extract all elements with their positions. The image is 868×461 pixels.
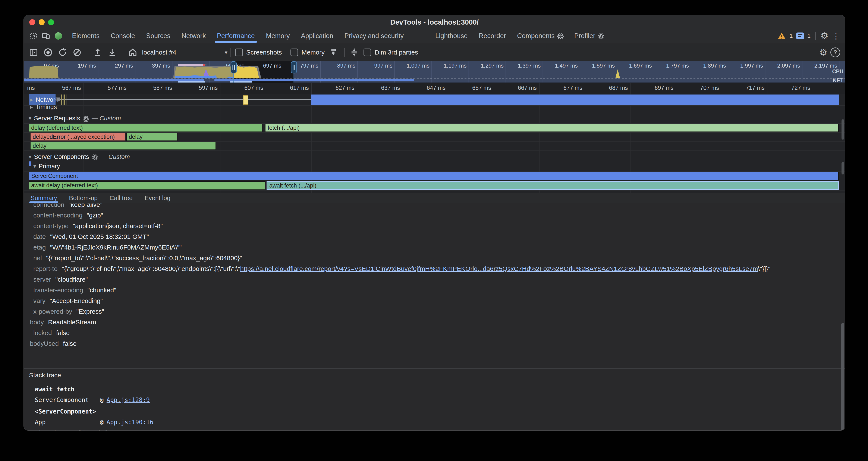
track-drag-handle[interactable] (56, 97, 60, 101)
flame-chart[interactable]: delay (deferred text)fetch (.../api)dela… (24, 94, 845, 193)
details-tab-bottom-up[interactable]: Bottom-up (69, 193, 98, 203)
property-key: content-type (33, 222, 68, 229)
server-request[interactable]: delay (126, 133, 178, 141)
screenshots-checkbox[interactable] (235, 49, 243, 56)
server-component-await-selected[interactable]: await fetch (.../api) (267, 181, 839, 190)
flame-chart-ruler[interactable]: ms 567 ms577 ms587 ms597 ms607 ms617 ms6… (24, 83, 845, 94)
overview-tick-label: 1,297 ms (481, 62, 504, 69)
expander-icon[interactable] (29, 153, 34, 160)
ruler-tick-label: 657 ms (448, 85, 491, 91)
network-request-short[interactable] (243, 95, 248, 105)
stack-frame: await fetch (35, 386, 100, 393)
details-tab-call-tree[interactable]: Call tree (110, 193, 133, 203)
tab-privacy-and-security[interactable]: Privacy and security (344, 29, 404, 43)
property-key: transfer-encoding (33, 287, 83, 294)
clear-button[interactable] (72, 47, 82, 58)
dim-3rd-parties-checkbox[interactable] (364, 49, 371, 56)
expander-icon[interactable] (33, 163, 39, 170)
property-key: date (33, 233, 46, 240)
bar-label: delay (129, 134, 143, 140)
expander-icon[interactable] (29, 115, 34, 122)
expander-icon[interactable] (30, 104, 35, 110)
flame-scrollbar-thumb[interactable] (841, 119, 844, 140)
record-button[interactable] (43, 47, 53, 58)
details-tab-bar: SummaryBottom-upCall treeEvent log (24, 193, 845, 203)
ruler-tick-label: 647 ms (403, 85, 445, 91)
server-request[interactable]: fetch (.../api) (265, 124, 839, 132)
details-tab-label: Bottom-up (69, 195, 98, 202)
settings-gear-icon[interactable]: ⚙ (820, 31, 829, 40)
session-history-select[interactable]: localhost #4 (142, 49, 227, 56)
track-primary-header[interactable]: Primary (33, 163, 60, 170)
download-profile-icon[interactable] (107, 47, 117, 58)
track-server-components-header[interactable]: Server Components — Custom (29, 153, 130, 161)
capture-settings-gear-icon[interactable]: ⚙ (818, 47, 829, 58)
overview-tick-label: 397 ms (152, 62, 170, 69)
tab-application[interactable]: Application (301, 29, 333, 43)
track-timings-header[interactable]: Timings (30, 104, 57, 111)
divider (88, 48, 88, 57)
server-request-error[interactable]: delayedError (...ayed exception) (30, 133, 125, 141)
ruler-unit-label: ms (27, 85, 35, 91)
details-scrollbar-thumb[interactable] (841, 323, 844, 431)
property-row: lockedfalse (33, 329, 70, 338)
more-options-kebab-icon[interactable]: ⋮ (832, 31, 840, 40)
tab-label: Memory (266, 32, 290, 40)
tab-console[interactable]: Console (111, 29, 135, 43)
atom-icon (91, 154, 98, 160)
inspect-element-icon[interactable] (29, 31, 38, 40)
warning-icon[interactable] (777, 31, 786, 40)
session-select-value: localhost #4 (142, 49, 176, 56)
server-request[interactable]: delay (30, 142, 216, 150)
server-request[interactable]: delay (deferred text) (29, 124, 262, 132)
tab-recorder[interactable]: Recorder (479, 29, 506, 43)
ruler-tick-label: 677 ms (539, 85, 582, 91)
property-key: report-to (33, 265, 58, 272)
expander-icon[interactable] (30, 96, 36, 103)
console-messages-icon[interactable] (796, 31, 804, 40)
performance-toolbar: localhost #4 Screenshots Memory Dim 3rd … (24, 44, 845, 61)
overview-tick-label: 997 ms (374, 62, 392, 69)
tab-components[interactable]: Components (517, 29, 563, 43)
tab-sources[interactable]: Sources (146, 29, 170, 43)
property-row: bodyUsedfalse (30, 340, 76, 348)
cpu-lane-label: CPU (832, 68, 843, 75)
home-icon[interactable] (127, 47, 138, 58)
source-location-link[interactable]: App.js:190:16 (106, 419, 153, 426)
show-markers-icon[interactable] (349, 47, 359, 58)
tab-elements[interactable]: Elements (72, 29, 99, 43)
server-component[interactable]: ServerComponent (29, 172, 839, 180)
property-key: bodyUsed (30, 340, 59, 347)
property-value: "application/json; charset=utf-8" (73, 222, 163, 229)
flame-scrollbar-thumb[interactable] (841, 162, 844, 174)
bar-label: delay (deferred text) (31, 125, 83, 131)
collect-garbage-icon[interactable] (329, 47, 339, 58)
report-to-url-link[interactable]: https://a.nel.cloudflare.com/report/v4?s… (240, 265, 758, 272)
timeline-overview[interactable]: 97 ms197 ms297 ms397 ms497 ms597 ms697 m… (24, 61, 845, 83)
tab-memory[interactable]: Memory (266, 29, 290, 43)
tab-label: Console (111, 32, 135, 40)
memory-checkbox[interactable] (290, 49, 298, 56)
track-server-requests-header[interactable]: Server Requests — Custom (29, 115, 121, 122)
details-tab-event-log[interactable]: Event log (145, 193, 170, 203)
tab-profiler[interactable]: Profiler (574, 29, 604, 43)
source-location-link[interactable]: App.js:128:9 (106, 397, 150, 403)
network-request-long[interactable] (311, 94, 839, 105)
help-icon[interactable]: ? (830, 47, 840, 58)
details-tab-summary[interactable]: Summary (31, 193, 57, 203)
server-component-await[interactable]: await delay (deferred text) (29, 181, 265, 190)
tab-performance[interactable]: Performance (217, 29, 255, 43)
record-and-reload-button[interactable] (58, 47, 68, 58)
tab-network[interactable]: Network (182, 29, 206, 43)
property-key: vary (33, 297, 45, 304)
property-row: connection"keep-alive" (33, 204, 102, 209)
property-value: "Accept-Encoding" (50, 297, 103, 304)
toggle-sidebar-icon[interactable] (28, 47, 39, 58)
device-toolbar-icon[interactable] (41, 31, 51, 40)
show-ignore-listed-frames-link[interactable]: Show ignore-listed frames (35, 429, 125, 431)
tab-lighthouse[interactable]: Lighthouse (435, 29, 468, 43)
upload-profile-icon[interactable] (92, 47, 103, 58)
divider (123, 48, 123, 57)
frame-name: <ServerComponent> (35, 408, 100, 415)
at-symbol: @ (100, 419, 103, 426)
